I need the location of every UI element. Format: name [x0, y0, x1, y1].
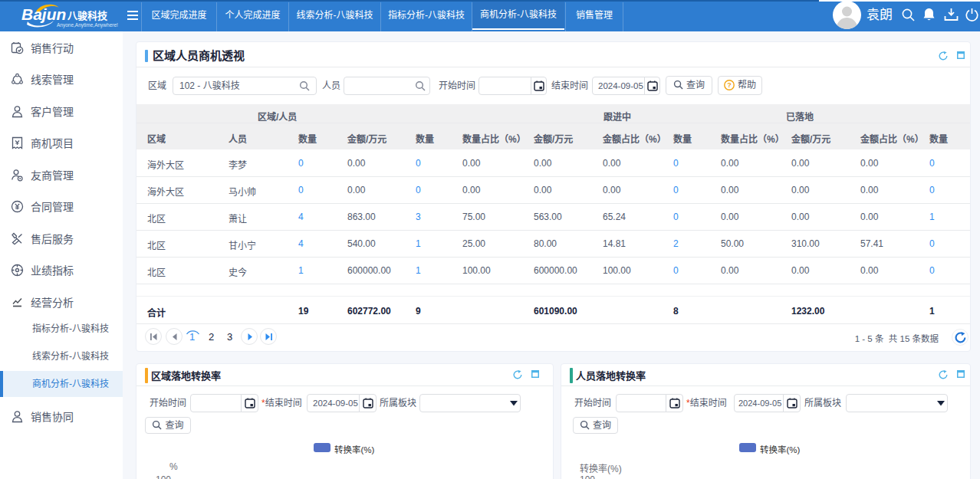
svg-text:Anyone,Anytime,Anywhere!: Anyone,Anytime,Anywhere!	[57, 22, 118, 28]
svg-text:Bajun: Bajun	[21, 5, 66, 23]
svg-text:八骏科技: 八骏科技	[67, 10, 108, 21]
svg-text:?: ?	[727, 81, 732, 89]
